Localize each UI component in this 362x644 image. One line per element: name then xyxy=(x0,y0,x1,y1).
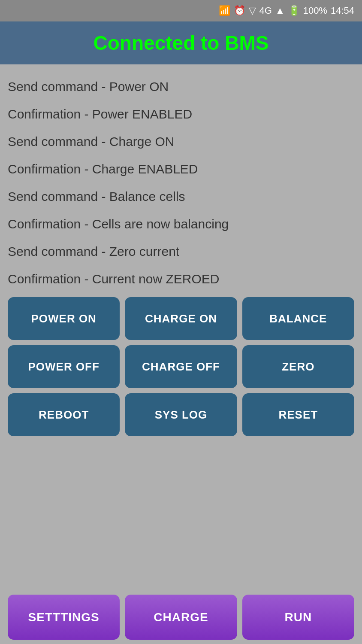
balance-button[interactable]: BALANCE xyxy=(242,297,354,340)
run-button[interactable]: RUN xyxy=(242,595,354,640)
signal-bars-icon: ▲ xyxy=(275,5,285,16)
button-grid-row3: REBOOT SYS LOG RESET xyxy=(8,393,354,441)
log-line: Confirmation - Cells are now balancing xyxy=(8,210,354,238)
charge-off-button[interactable]: CHARGE OFF xyxy=(125,345,237,388)
log-area: Send command - Power ON Confirmation - P… xyxy=(8,73,354,293)
battery-text: 100% xyxy=(303,5,327,16)
bluetooth-icon: 📶 xyxy=(219,5,230,16)
log-line: Send command - Charge ON xyxy=(8,128,354,155)
log-line: Send command - Balance cells xyxy=(8,183,354,210)
log-line: Send command - Zero current xyxy=(8,238,354,265)
zero-button[interactable]: ZERO xyxy=(242,345,354,388)
reset-button[interactable]: RESET xyxy=(242,393,354,436)
wifi-icon: ▽ xyxy=(249,5,256,16)
alarm-icon: ⏰ xyxy=(234,5,245,16)
reboot-button[interactable]: REBOOT xyxy=(8,393,120,436)
log-line: Confirmation - Power ENABLED xyxy=(8,100,354,128)
log-line: Confirmation - Charge ENABLED xyxy=(8,155,354,183)
power-on-button[interactable]: POWER ON xyxy=(8,297,120,340)
log-line: Confirmation - Current now ZEROED xyxy=(8,265,354,293)
status-bar: 📶 ⏰ ▽ 4G ▲ 🔋 100% 14:54 xyxy=(0,0,362,21)
charge-button[interactable]: CHARGE xyxy=(125,595,237,640)
button-grid-row1: POWER ON CHARGE ON BALANCE xyxy=(8,297,354,345)
time-text: 14:54 xyxy=(331,5,354,16)
bottom-nav: SETTTINGS CHARGE RUN xyxy=(0,595,362,644)
battery-icon: 🔋 xyxy=(288,5,300,16)
main-content: Send command - Power ON Confirmation - P… xyxy=(0,64,362,446)
signal-text: 4G xyxy=(259,5,272,16)
header-title: Connected to BMS xyxy=(94,31,269,55)
settings-button[interactable]: SETTTINGS xyxy=(8,595,120,640)
app-header: Connected to BMS xyxy=(0,21,362,64)
status-icons: 📶 ⏰ ▽ 4G ▲ 🔋 100% 14:54 xyxy=(219,5,354,16)
button-grid-row2: POWER OFF CHARGE OFF ZERO xyxy=(8,345,354,393)
charge-on-button[interactable]: CHARGE ON xyxy=(125,297,237,340)
syslog-button[interactable]: SYS LOG xyxy=(125,393,237,436)
log-line: Send command - Power ON xyxy=(8,73,354,100)
power-off-button[interactable]: POWER OFF xyxy=(8,345,120,388)
